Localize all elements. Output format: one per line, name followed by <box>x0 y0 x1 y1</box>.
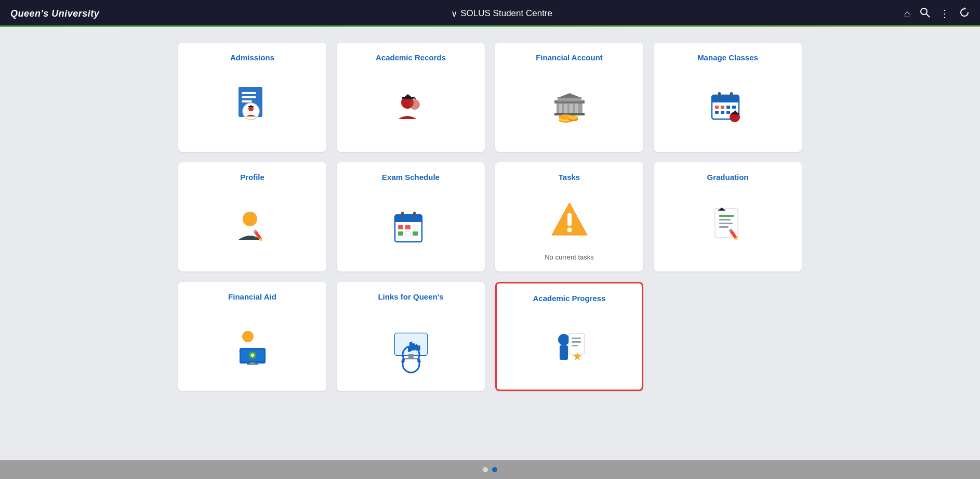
svg-rect-21 <box>564 103 567 113</box>
card-links-for-queens[interactable]: Links for Queen's <box>337 282 485 391</box>
academic-progress-icon <box>546 311 593 379</box>
card-graduation[interactable]: Graduation <box>654 162 802 271</box>
svg-point-92 <box>558 334 570 345</box>
links-icon <box>388 309 434 381</box>
svg-rect-90 <box>408 354 414 358</box>
card-title-admissions: Admissions <box>230 53 274 62</box>
svg-rect-33 <box>718 92 721 98</box>
svg-point-45 <box>243 212 257 226</box>
card-title-exam-schedule: Exam Schedule <box>382 173 440 182</box>
svg-rect-39 <box>715 111 719 114</box>
svg-rect-37 <box>726 106 730 109</box>
svg-point-73 <box>242 331 254 342</box>
svg-rect-95 <box>572 338 581 339</box>
card-title-tasks: Tasks <box>559 173 580 182</box>
search-icon[interactable] <box>920 7 930 20</box>
home-icon[interactable]: ⌂ <box>904 8 910 20</box>
svg-rect-5 <box>242 96 256 98</box>
svg-point-15 <box>409 99 420 110</box>
svg-point-77 <box>251 354 254 357</box>
refresh-icon[interactable] <box>959 7 970 20</box>
exam-schedule-icon <box>388 190 434 261</box>
svg-marker-13 <box>402 94 414 99</box>
academic-records-icon <box>388 70 434 141</box>
header-title: ∨ SOLUS Student Centre <box>451 8 552 19</box>
tasks-icon <box>549 190 590 249</box>
svg-rect-54 <box>398 225 403 229</box>
card-title-financial-account: Financial Account <box>536 53 603 62</box>
svg-rect-23 <box>575 103 578 113</box>
more-icon[interactable]: ⋮ <box>939 7 950 20</box>
svg-rect-41 <box>726 111 730 114</box>
svg-rect-4 <box>242 92 256 94</box>
tasks-note: No current tasks <box>545 253 594 261</box>
svg-rect-79 <box>247 364 258 365</box>
svg-rect-96 <box>572 341 581 343</box>
card-exam-schedule[interactable]: Exam Schedule <box>337 162 485 271</box>
svg-rect-32 <box>712 99 739 102</box>
admissions-icon <box>229 70 276 141</box>
svg-point-29 <box>568 115 578 120</box>
app-title: SOLUS Student Centre <box>460 8 552 19</box>
card-academic-progress[interactable]: Academic Progress <box>495 282 643 391</box>
svg-rect-34 <box>730 92 733 98</box>
svg-marker-2 <box>964 7 966 9</box>
pagination-dot-2[interactable] <box>492 467 497 472</box>
card-financial-account[interactable]: Financial Account <box>495 43 643 152</box>
card-manage-classes[interactable]: Manage Classes <box>654 43 802 152</box>
svg-rect-20 <box>559 103 562 113</box>
chevron-icon: ∨ <box>451 8 457 19</box>
card-tasks[interactable]: Tasks No current tasks <box>495 162 643 271</box>
card-academic-records[interactable]: Academic Records <box>337 43 485 152</box>
svg-rect-94 <box>569 333 585 354</box>
svg-point-0 <box>921 8 927 15</box>
svg-rect-56 <box>413 225 418 229</box>
svg-rect-97 <box>572 345 578 346</box>
svg-rect-53 <box>413 212 416 218</box>
card-financial-aid[interactable]: Financial Aid <box>178 282 326 391</box>
svg-rect-67 <box>719 226 729 228</box>
svg-rect-64 <box>719 215 734 217</box>
svg-rect-36 <box>721 106 724 109</box>
pagination-dot-1[interactable] <box>483 467 488 472</box>
svg-rect-91 <box>404 358 418 359</box>
svg-rect-51 <box>395 219 422 222</box>
svg-rect-35 <box>715 106 719 109</box>
header: Queen's University ∨ SOLUS Student Centr… <box>0 0 980 27</box>
svg-rect-93 <box>560 345 568 360</box>
svg-marker-19 <box>557 93 582 98</box>
svg-rect-55 <box>405 225 410 229</box>
card-admissions[interactable]: Admissions <box>178 43 326 152</box>
card-title-graduation: Graduation <box>707 173 748 182</box>
university-logo: Queen's University <box>10 8 99 19</box>
svg-rect-52 <box>401 212 404 218</box>
svg-rect-22 <box>570 103 573 113</box>
main-content: Admissions <box>0 27 980 460</box>
card-title-financial-aid: Financial Aid <box>228 292 276 301</box>
card-title-academic-progress: Academic Progress <box>533 294 605 303</box>
svg-rect-65 <box>719 219 731 221</box>
svg-rect-58 <box>405 231 410 236</box>
svg-rect-61 <box>567 213 572 226</box>
profile-icon <box>229 190 276 261</box>
financial-account-icon <box>546 70 593 141</box>
footer <box>0 460 980 479</box>
card-title-profile: Profile <box>240 173 264 182</box>
card-title-manage-classes: Manage Classes <box>697 53 758 62</box>
financial-aid-icon <box>229 309 276 381</box>
svg-rect-66 <box>719 223 733 224</box>
svg-line-1 <box>926 14 930 17</box>
manage-classes-icon <box>705 70 751 141</box>
card-title-academic-records: Academic Records <box>376 53 446 62</box>
svg-rect-57 <box>398 231 403 236</box>
svg-rect-38 <box>732 106 736 109</box>
svg-rect-40 <box>721 111 724 114</box>
graduation-icon <box>705 190 751 261</box>
svg-rect-59 <box>413 231 418 236</box>
card-profile[interactable]: Profile <box>178 162 326 271</box>
svg-line-14 <box>414 97 416 99</box>
svg-rect-87 <box>408 347 410 352</box>
svg-point-62 <box>567 228 572 232</box>
card-title-links-for-queens: Links for Queen's <box>378 292 443 301</box>
header-icons: ⌂ ⋮ <box>904 7 970 20</box>
